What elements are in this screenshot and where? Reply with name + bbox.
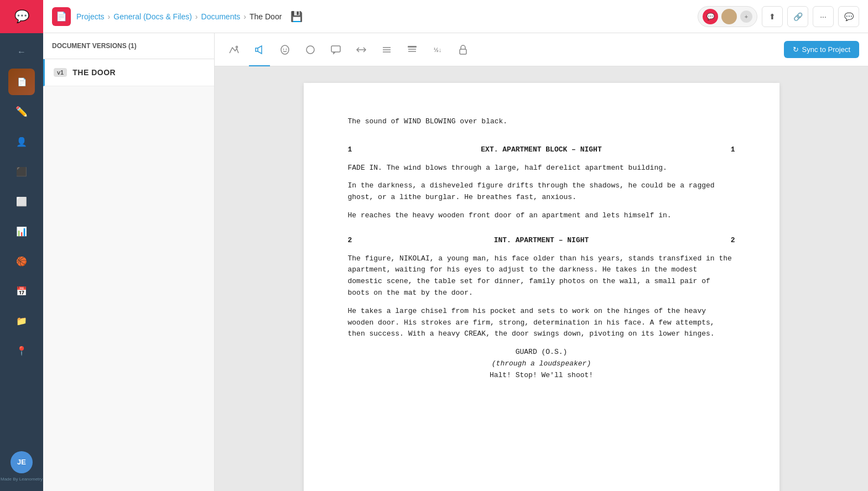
- sync-label: Sync to Project: [802, 45, 850, 54]
- svg-point-5: [286, 49, 287, 50]
- scene-1-body: FADE IN. The wind blows through a large,…: [348, 163, 735, 222]
- version-badge: v1: [54, 68, 67, 77]
- mask-icon: [279, 44, 290, 55]
- scene-1-num-right: 1: [731, 144, 735, 156]
- scene-1-title: EXT. APARTMENT BLOCK – NIGHT: [481, 144, 601, 156]
- document-area: The sound of WIND BLOWING over black. 1 …: [215, 66, 868, 491]
- sidebar-bottom: JE Made By Leanometry: [1, 451, 43, 491]
- svg-rect-7: [331, 46, 340, 52]
- more-options-button[interactable]: ···: [813, 6, 834, 27]
- breadcrumb-current: The Door: [250, 12, 282, 21]
- svg-point-6: [306, 46, 314, 54]
- versions-header: DOCUMENT VERSIONS (1): [43, 33, 214, 59]
- toolbar-format[interactable]: [376, 39, 397, 60]
- scene-1-num-left: 1: [348, 144, 352, 156]
- scene-2-heading: 2 INT. APARTMENT – NIGHT 2: [348, 235, 735, 247]
- toolbar-action[interactable]: [249, 39, 270, 60]
- version-title: THE DOOR: [72, 68, 116, 77]
- sidebar-item-character[interactable]: 👤: [8, 128, 35, 155]
- document-thumbnail-icon: 📄: [17, 77, 27, 86]
- format-list-icon: [381, 44, 392, 55]
- sync-icon: ↻: [793, 45, 799, 54]
- version-item-1[interactable]: v1 THE DOOR: [43, 59, 214, 86]
- breadcrumb-sep-1: ›: [108, 12, 111, 21]
- chat-icon: 💬: [844, 12, 854, 21]
- breadcrumb-documents[interactable]: Documents: [201, 12, 241, 21]
- circle-icon: [305, 44, 316, 55]
- svg-point-4: [283, 49, 284, 50]
- content-area: DOCUMENT VERSIONS (1) v1 THE DOOR: [43, 33, 868, 491]
- scene-2-para-1: He takes a large chisel from his pocket …: [348, 306, 735, 340]
- svg-rect-15: [460, 49, 466, 54]
- breadcrumb-sep-3: ›: [243, 12, 246, 21]
- scene-1-para-0: FADE IN. The wind blows through a large,…: [348, 163, 735, 174]
- add-user-button[interactable]: +: [740, 11, 752, 23]
- chat-panel-button[interactable]: 💬: [838, 6, 859, 27]
- svg-point-3: [281, 45, 289, 54]
- scene-2-para-0: The figure, NIKOLAI, a young man, his fa…: [348, 253, 735, 299]
- header-doc-icon: 📄: [52, 7, 71, 26]
- versions-panel: DOCUMENT VERSIONS (1) v1 THE DOOR: [43, 33, 215, 491]
- breadcrumb-projects[interactable]: Projects: [76, 12, 105, 21]
- sidebar-item-table[interactable]: ⬜: [8, 188, 35, 215]
- sidebar-item-sports[interactable]: 🏀: [8, 248, 35, 274]
- sidebar-item-storyboard[interactable]: ⬛: [8, 158, 35, 185]
- script-intro: The sound of WIND BLOWING over black.: [348, 116, 735, 128]
- sidebar-avatar[interactable]: JE: [11, 451, 33, 473]
- numbering-label: ½↓: [434, 46, 442, 53]
- export-icon: ⬆: [769, 12, 776, 21]
- scene-2-num-left: 2: [348, 235, 352, 247]
- dialogue-character: GUARD (O.S.): [348, 347, 735, 358]
- breadcrumb: 📄 Projects › General (Docs & Files) › Do…: [52, 7, 698, 26]
- toolbar-numbering[interactable]: ½↓: [427, 39, 448, 60]
- document-page: The sound of WIND BLOWING over black. 1 …: [304, 83, 779, 491]
- sync-to-project-button[interactable]: ↻ Sync to Project: [784, 41, 859, 58]
- sidebar-item-data[interactable]: 📊: [8, 218, 35, 244]
- sidebar-logo[interactable]: 💬: [0, 0, 43, 33]
- toolbar-arrows[interactable]: [351, 39, 372, 60]
- scene-2-num-right: 2: [731, 235, 735, 247]
- megaphone-icon: [254, 44, 265, 55]
- arrows-icon: [356, 44, 367, 55]
- dialogue-block: GUARD (O.S.) (through a loudspeaker) Hal…: [348, 347, 735, 381]
- toolbar-comment[interactable]: [325, 39, 346, 60]
- toolbar-character[interactable]: [274, 39, 295, 60]
- dialogue-line: Halt! Stop! We'll shoot!: [348, 370, 735, 382]
- sidebar-item-folder[interactable]: 📁: [8, 307, 35, 334]
- toolbar-dialogue[interactable]: [300, 39, 321, 60]
- toolbar-text[interactable]: [402, 39, 423, 60]
- save-icon[interactable]: 💾: [290, 11, 303, 23]
- svg-point-0: [236, 46, 238, 48]
- scene-1-para-1: In the darkness, a disheveled figure dri…: [348, 180, 735, 203]
- user-avatar[interactable]: [721, 9, 737, 24]
- app-header: 📄 Projects › General (Docs & Files) › Do…: [43, 0, 868, 33]
- lock-icon: [458, 44, 469, 55]
- sidebar-item-back[interactable]: ←: [8, 39, 35, 65]
- svg-marker-1: [256, 46, 262, 54]
- toolbar-lock[interactable]: [453, 39, 474, 60]
- main-content: 📄 Projects › General (Docs & Files) › Do…: [43, 0, 868, 491]
- link-button[interactable]: 🔗: [787, 6, 808, 27]
- text-align-icon: [407, 44, 418, 55]
- sidebar-item-write[interactable]: ✏️: [8, 98, 35, 125]
- intro-text: The sound of WIND BLOWING over black.: [348, 117, 508, 126]
- scene-2: 2 INT. APARTMENT – NIGHT 2 The figure, N…: [348, 235, 735, 382]
- scene-2-body: The figure, NIKOLAI, a young man, his fa…: [348, 253, 735, 341]
- sidebar-item-calendar[interactable]: 📅: [8, 278, 35, 304]
- mountains-icon: [228, 44, 240, 55]
- sidebar: 💬 ← 📄 ✏️ 👤 ⬛ ⬜ 📊 🏀 📅 📁 📍 JE Made By Lean…: [0, 0, 43, 491]
- breadcrumb-sep-2: ›: [195, 12, 198, 21]
- editor-panel: ½↓ ↻ Sync to Project The sound of WIND B…: [215, 33, 868, 491]
- header-right: 💬 + ⬆ 🔗 ··· 💬: [698, 6, 859, 27]
- sidebar-made-by: Made By Leanometry: [1, 477, 43, 482]
- breadcrumb-general[interactable]: General (Docs & Files): [113, 12, 192, 21]
- sidebar-nav: ← 📄 ✏️ 👤 ⬛ ⬜ 📊 🏀 📅 📁 📍: [0, 33, 43, 451]
- sidebar-item-document[interactable]: 📄: [8, 69, 35, 95]
- sidebar-item-location[interactable]: 📍: [8, 337, 35, 364]
- speech-bubble-icon: [330, 44, 341, 55]
- toolbar-scene[interactable]: [224, 39, 245, 60]
- dialogue-direction: (through a loudspeaker): [348, 358, 735, 370]
- export-button[interactable]: ⬆: [762, 6, 783, 27]
- chat-icon-header[interactable]: 💬: [703, 9, 718, 24]
- scene-1-heading: 1 EXT. APARTMENT BLOCK – NIGHT 1: [348, 144, 735, 156]
